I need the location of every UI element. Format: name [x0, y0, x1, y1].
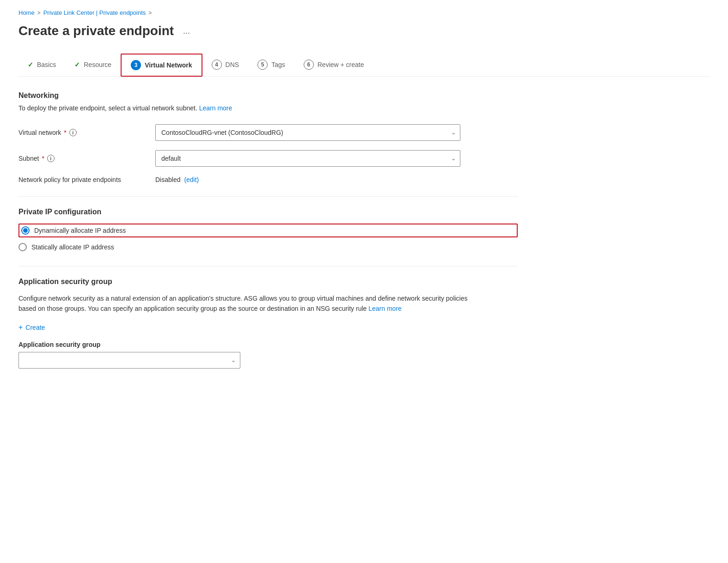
- network-policy-value: Disabled (edit): [155, 176, 199, 183]
- networking-description: To deploy the private endpoint, select a…: [18, 103, 518, 113]
- tab-review-create[interactable]: 6 Review + create: [294, 54, 373, 76]
- network-policy-edit-link[interactable]: (edit): [184, 176, 199, 183]
- subnet-select-wrapper: default ⌄: [155, 150, 460, 167]
- networking-learn-more-link[interactable]: Learn more: [199, 104, 232, 112]
- private-ip-section-title: Private IP configuration: [18, 208, 518, 216]
- virtual-network-info-icon[interactable]: i: [69, 129, 77, 136]
- virtual-network-row: Virtual network * i ContosoCloudRG-vnet …: [18, 124, 518, 141]
- tabs-container: ✓ Basics ✓ Resource 3 Virtual Network 4 …: [18, 53, 710, 77]
- asg-section-title: Application security group: [18, 278, 518, 286]
- tab-review-create-label: Review + create: [318, 61, 364, 68]
- virtual-network-select-wrapper: ContosoCloudRG-vnet (ContosoCloudRG) ⌄: [155, 124, 460, 141]
- tab-tags-circle: 5: [257, 60, 268, 70]
- tab-basics-check: ✓: [28, 61, 33, 68]
- tab-basics-label: Basics: [37, 61, 56, 68]
- tab-virtual-network-label: Virtual Network: [145, 61, 192, 69]
- radio-dynamic-input[interactable]: [21, 226, 30, 235]
- asg-select[interactable]: [18, 352, 240, 369]
- asg-create-button[interactable]: + Create: [18, 323, 45, 332]
- breadcrumb-private-link[interactable]: Private Link Center | Private endpoints: [43, 9, 146, 16]
- breadcrumb-home[interactable]: Home: [18, 9, 35, 16]
- radio-static-label: Statically allocate IP address: [31, 243, 114, 251]
- tab-resource[interactable]: ✓ Resource: [65, 55, 121, 75]
- page-title-row: Create a private endpoint ...: [18, 24, 710, 38]
- subnet-select[interactable]: default: [155, 150, 460, 167]
- tab-virtual-network-circle: 3: [131, 60, 141, 70]
- asg-field-label: Application security group: [18, 341, 518, 348]
- virtual-network-required: *: [64, 129, 66, 136]
- breadcrumb: Home > Private Link Center | Private end…: [18, 9, 710, 16]
- virtual-network-select[interactable]: ContosoCloudRG-vnet (ContosoCloudRG): [155, 124, 460, 141]
- main-content: Networking To deploy the private endpoin…: [18, 91, 518, 369]
- radio-static-option[interactable]: Statically allocate IP address: [18, 243, 518, 251]
- asg-description: Configure network security as a natural …: [18, 293, 471, 314]
- divider-1: [18, 196, 518, 197]
- radio-static-input[interactable]: [18, 243, 27, 251]
- tab-resource-check: ✓: [74, 61, 80, 68]
- page-title: Create a private endpoint: [18, 24, 174, 38]
- network-policy-label: Network policy for private endpoints: [18, 176, 148, 183]
- divider-2: [18, 266, 518, 266]
- asg-learn-more-link[interactable]: Learn more: [368, 305, 402, 312]
- asg-select-wrapper: ⌄: [18, 352, 240, 369]
- asg-create-label: Create: [25, 324, 45, 331]
- tab-resource-label: Resource: [84, 61, 111, 68]
- breadcrumb-sep-2: >: [148, 10, 152, 16]
- tab-basics[interactable]: ✓ Basics: [18, 55, 65, 75]
- tab-tags[interactable]: 5 Tags: [248, 54, 294, 76]
- network-policy-row: Network policy for private endpoints Dis…: [18, 176, 518, 183]
- networking-section-title: Networking: [18, 91, 518, 100]
- tab-tags-label: Tags: [271, 61, 285, 68]
- tab-virtual-network[interactable]: 3 Virtual Network: [121, 54, 202, 77]
- subnet-row: Subnet * i default ⌄: [18, 150, 518, 167]
- subnet-required: *: [42, 155, 44, 162]
- tab-dns-label: DNS: [226, 61, 239, 68]
- virtual-network-label: Virtual network * i: [18, 129, 148, 136]
- tab-review-circle: 6: [304, 60, 314, 70]
- radio-dynamic-label: Dynamically allocate IP address: [34, 227, 126, 234]
- subnet-info-icon[interactable]: i: [47, 155, 55, 162]
- ellipsis-button[interactable]: ...: [179, 24, 194, 38]
- radio-dynamic-option[interactable]: Dynamically allocate IP address: [18, 224, 518, 237]
- plus-icon: +: [18, 323, 23, 332]
- tab-dns[interactable]: 4 DNS: [202, 54, 249, 76]
- breadcrumb-sep-1: >: [37, 10, 41, 16]
- radio-group-ip: Dynamically allocate IP address Statical…: [18, 224, 518, 251]
- tab-dns-circle: 4: [212, 60, 222, 70]
- subnet-label: Subnet * i: [18, 155, 148, 162]
